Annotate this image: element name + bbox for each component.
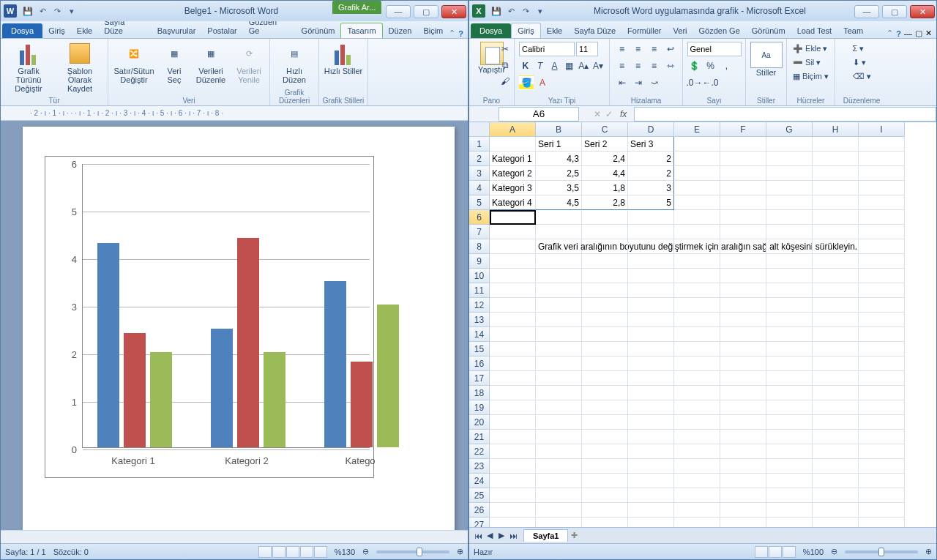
enter-formula-icon[interactable]: ✓ — [605, 109, 613, 119]
cell[interactable] — [628, 474, 674, 488]
align-center-icon[interactable]: ≡ — [631, 59, 646, 73]
name-box[interactable] — [499, 107, 579, 122]
cell[interactable] — [813, 137, 859, 152]
cell[interactable] — [536, 210, 582, 225]
cell[interactable]: 3,5 — [536, 181, 582, 195]
cell[interactable] — [720, 488, 766, 503]
cell[interactable] — [766, 254, 813, 269]
row-header[interactable]: 14 — [469, 327, 490, 342]
row-header[interactable]: 16 — [469, 356, 490, 371]
cell[interactable] — [490, 342, 536, 356]
cell[interactable] — [766, 474, 813, 488]
maximize-button[interactable]: ▢ — [414, 5, 438, 18]
cell[interactable] — [859, 313, 905, 327]
cell[interactable] — [674, 371, 720, 386]
zoom-out-icon[interactable]: ⊖ — [831, 547, 837, 556]
cell[interactable]: Seri 2 — [582, 137, 628, 152]
tab-formulas[interactable]: Formüller — [621, 23, 667, 38]
zoom-in-icon[interactable]: ⊕ — [457, 547, 463, 556]
cell[interactable] — [766, 400, 813, 415]
formula-input[interactable] — [634, 107, 936, 122]
align-right-icon[interactable]: ≡ — [647, 59, 662, 73]
cell[interactable]: 2,8 — [582, 195, 628, 210]
row-header[interactable]: 12 — [469, 298, 490, 313]
cell[interactable] — [766, 444, 813, 459]
column-header[interactable]: B — [536, 122, 582, 137]
cell[interactable] — [674, 254, 720, 269]
zoom-in-icon[interactable]: ⊕ — [925, 547, 932, 556]
cell[interactable] — [813, 166, 859, 181]
cell[interactable] — [859, 400, 905, 415]
currency-icon[interactable]: 💲 — [687, 59, 702, 73]
dec-decimal-icon[interactable]: ←.0 — [703, 75, 718, 90]
normal-view[interactable] — [755, 546, 768, 558]
quick-layout-button[interactable]: ▤ Hızlı Düzen — [275, 42, 314, 84]
cell[interactable] — [859, 371, 905, 386]
cell[interactable] — [813, 400, 859, 415]
cell[interactable] — [582, 503, 628, 518]
draft-view[interactable] — [314, 546, 327, 558]
word-h-scroll[interactable] — [1, 530, 468, 543]
font-name-select[interactable] — [519, 42, 575, 56]
row-header[interactable]: 7 — [469, 225, 490, 239]
cell[interactable] — [536, 313, 582, 327]
cell[interactable] — [582, 269, 628, 283]
comma-icon[interactable]: , — [720, 59, 734, 73]
cell[interactable] — [813, 181, 859, 195]
tab-load-test[interactable]: Load Test — [791, 23, 838, 38]
cell[interactable] — [674, 459, 720, 474]
row-header[interactable]: 10 — [469, 269, 490, 283]
cell[interactable] — [674, 195, 720, 210]
cell[interactable] — [536, 269, 582, 283]
indent-dec-icon[interactable]: ⇤ — [615, 75, 630, 90]
cell[interactable] — [536, 225, 582, 239]
fill-color-button[interactable]: 🪣 — [519, 75, 534, 90]
cell[interactable] — [674, 210, 720, 225]
maximize-button[interactable]: ▢ — [882, 5, 907, 18]
cell[interactable] — [490, 225, 536, 239]
cell[interactable] — [536, 283, 582, 298]
clear-button[interactable]: ⌫ ▾ — [853, 70, 871, 83]
column-header[interactable]: I — [859, 122, 905, 137]
wrap-text-icon[interactable]: ↩ — [663, 42, 678, 56]
cell[interactable] — [490, 488, 536, 503]
cell[interactable] — [674, 356, 720, 371]
cell[interactable]: Kategori 4 — [490, 195, 536, 210]
qat-more-icon[interactable]: ▾ — [534, 4, 547, 18]
cell[interactable] — [628, 503, 674, 518]
cell[interactable] — [674, 225, 720, 239]
cell[interactable] — [536, 444, 582, 459]
edit-data-button[interactable]: ▦ Verileri Düzenle — [193, 42, 228, 84]
undo-icon[interactable]: ↶ — [36, 4, 49, 18]
cell[interactable]: Kategori 1 — [490, 152, 536, 166]
tab-insert[interactable]: Ekle — [541, 23, 568, 38]
cell[interactable]: Kategori 2 — [490, 166, 536, 181]
sheet-tab[interactable]: Sayfa1 — [523, 529, 568, 542]
cell[interactable] — [582, 239, 628, 254]
cell[interactable] — [628, 356, 674, 371]
cell[interactable] — [628, 269, 674, 283]
cell[interactable] — [582, 415, 628, 430]
column-header[interactable]: E — [674, 122, 720, 137]
word-document-area[interactable]: 0123456 Kategori 1Kategori 2Katego — [1, 121, 468, 530]
row-header[interactable]: 18 — [469, 386, 490, 400]
cell[interactable] — [720, 503, 766, 518]
fx-label[interactable]: fx — [620, 109, 627, 119]
switch-row-col-button[interactable]: 🔀 Satır/Sütun Değiştir — [113, 42, 155, 84]
sheet-next-icon[interactable]: ▶ — [496, 530, 507, 542]
row-header[interactable]: 6 — [469, 210, 490, 225]
sheet-prev-icon[interactable]: ◀ — [484, 530, 496, 542]
cell[interactable] — [813, 444, 859, 459]
cell[interactable] — [674, 327, 720, 342]
row-header[interactable]: 27 — [469, 518, 490, 527]
cell[interactable] — [490, 444, 536, 459]
cell[interactable] — [536, 342, 582, 356]
cell[interactable] — [582, 225, 628, 239]
cell[interactable] — [536, 488, 582, 503]
cell[interactable] — [766, 283, 813, 298]
tab-references[interactable]: Başvurular — [152, 23, 202, 38]
chart-bar[interactable] — [97, 243, 119, 448]
tab-team[interactable]: Team — [837, 23, 869, 38]
cell[interactable] — [859, 269, 905, 283]
cell[interactable] — [720, 239, 766, 254]
